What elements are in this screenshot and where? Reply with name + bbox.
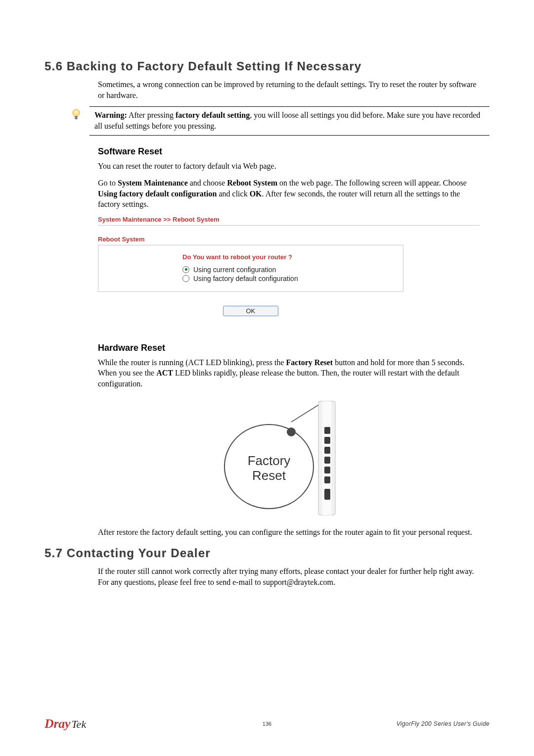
option-factory-default[interactable]: Using factory default configuration [182,275,397,283]
warning-part1: After pressing [127,111,176,119]
svg-point-1 [75,111,78,113]
screenshot-panel-title: Reboot System [98,236,480,243]
lightbulb-icon [71,106,83,125]
software-reset-p1: You can reset the router to factory defa… [98,161,480,172]
svg-rect-10 [324,457,330,464]
warning-label: Warning: [94,111,127,119]
software-reset-heading: Software Reset [98,146,480,157]
sr-p2-g: and click [217,189,249,198]
sr-p2-b: System Maintenance [118,179,188,187]
svg-text:Factory: Factory [248,453,291,468]
svg-text:Reset: Reset [252,468,286,483]
logo-tek: Tek [71,718,86,731]
svg-point-15 [287,427,296,436]
screenshot-breadcrumb: System Maintenance >> Reboot System [98,216,480,226]
contact-dealer-paragraph: If the router still cannot work correctl… [98,566,480,587]
hr-p1-a: While the router is running (ACT LED bli… [98,358,286,367]
svg-rect-2 [75,116,78,118]
hardware-reset-heading: Hardware Reset [98,343,480,353]
sr-p2-a: Go to [98,179,118,187]
warning-text: Warning: After pressing factory default … [89,106,490,136]
radio-unselected-icon[interactable] [182,275,189,282]
svg-rect-11 [324,467,330,473]
svg-rect-7 [324,427,330,434]
sr-p2-d: Reboot System [227,179,277,187]
warning-bold-phrase: factory default setting [176,111,250,119]
option-current-config[interactable]: Using current configuration [182,266,397,274]
factory-reset-figure: Factory Reset [98,397,480,521]
svg-rect-13 [324,489,330,500]
screenshot-question: Do You want to reboot your router ? [182,253,397,261]
intro-paragraph: Sometimes, a wrong connection can be imp… [98,79,480,100]
option-current-label: Using current configuration [193,266,276,274]
sr-p2-h: OK [250,189,262,198]
page-number: 136 [193,721,341,727]
page-footer: DrayTek 136 VigorFly 200 Series User's G… [44,716,490,731]
hr-p1-b: Factory Reset [286,358,333,367]
svg-rect-3 [75,118,78,119]
svg-rect-9 [324,447,330,454]
section-heading-5-6: 5.6 Backing to Factory Default Setting I… [44,59,490,73]
hr-p1-d: ACT [156,369,173,377]
logo-dray: Dray [44,716,70,731]
radio-selected-icon[interactable] [182,266,189,273]
ok-button[interactable]: OK [223,306,278,316]
svg-line-4 [291,404,320,422]
sr-p2-c: and choose [188,179,227,187]
software-reset-p2: Go to System Maintenance and choose Rebo… [98,178,480,210]
option-factory-label: Using factory default configuration [193,275,298,283]
svg-rect-12 [324,476,330,483]
screenshot-panel: Do You want to reboot your router ? Usin… [98,245,403,292]
draytek-logo: DrayTek [44,716,193,731]
user-guide-label: VigorFly 200 Series User's Guide [341,720,490,727]
reboot-system-screenshot: System Maintenance >> Reboot System Rebo… [98,216,480,316]
hardware-reset-p1: While the router is running (ACT LED bli… [98,357,480,389]
hardware-reset-p2: After restore the factory default settin… [98,527,480,538]
sr-p2-f: Using factory default configuration [98,189,217,198]
sr-p2-e: on the web page. The following screen wi… [277,179,467,187]
svg-rect-8 [324,437,330,444]
warning-callout: Warning: After pressing factory default … [44,106,490,136]
section-heading-5-7: 5.7 Contacting Your Dealer [44,546,490,560]
